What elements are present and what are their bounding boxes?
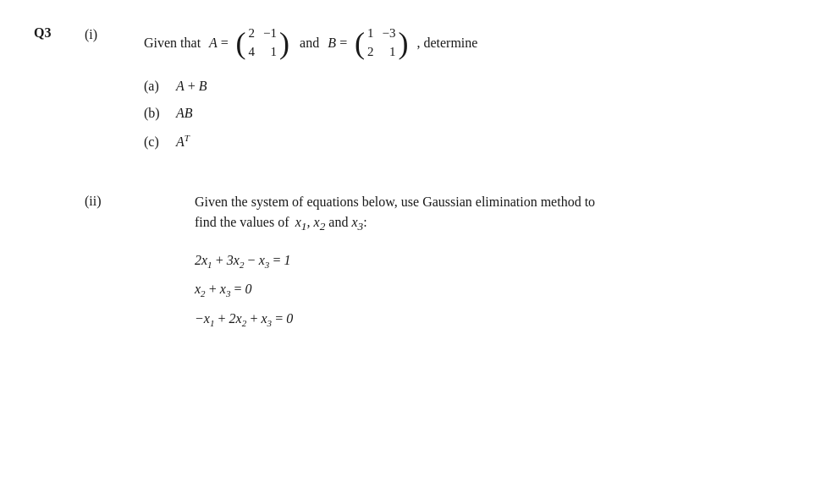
suffix-text: , determine xyxy=(416,36,477,51)
ii-statement: Given the system of equations below, use… xyxy=(195,192,798,235)
matrix-a-r2c1: 4 xyxy=(249,44,256,61)
part-i-statement: Given that A = ( 2 −1 4 1 ) and xyxy=(144,25,798,60)
matrix-a-left-bracket: ( xyxy=(236,28,246,58)
part-ii-block: (ii) Given the system of equations below… xyxy=(34,192,798,330)
matrix-a-label: A = xyxy=(209,36,229,51)
ii-colon: : xyxy=(363,215,366,229)
matrix-a-r1c2: −1 xyxy=(263,25,277,42)
part-ii-label: (ii) xyxy=(85,192,195,209)
sub-parts: (a) A + B (b) AB (c) AT xyxy=(144,79,798,150)
question-block: Q3 (i) Given that A = ( 2 −1 4 1 xyxy=(34,25,798,175)
matrix-b-left-bracket: ( xyxy=(355,28,365,58)
sub-part-b: (b) AB xyxy=(144,106,798,121)
matrix-a-values: 2 −1 4 1 xyxy=(246,25,279,60)
ii-and-text: and xyxy=(328,215,351,229)
ii-vars-text: x1, x2 xyxy=(295,215,326,229)
sub-part-a-label: (a) xyxy=(144,79,169,94)
ii-x3-text: x3 xyxy=(351,215,363,229)
ii-statement-line1: Given the system of equations below, use… xyxy=(195,194,595,209)
matrix-a-right-bracket: ) xyxy=(279,28,289,58)
equation-1: 2x1 + 3x2 − x3 = 1 xyxy=(195,251,798,272)
question-number: Q3 xyxy=(34,25,85,41)
ii-statement-line2: find the values of xyxy=(195,215,289,229)
page-content: Q3 (i) Given that A = ( 2 −1 4 1 xyxy=(34,25,798,330)
equation-2: x2 + x3 = 0 xyxy=(195,280,798,301)
matrix-a-r2c2: 1 xyxy=(263,44,277,61)
matrix-b-label: B = xyxy=(328,36,348,51)
sub-part-b-content: AB xyxy=(176,106,193,121)
matrix-b-right-bracket: ) xyxy=(398,28,408,58)
matrix-b: ( 1 −3 2 1 ) xyxy=(355,25,408,60)
matrix-b-r1c2: −3 xyxy=(382,25,395,42)
matrix-a: ( 2 −1 4 1 ) xyxy=(236,25,289,60)
sub-part-b-label: (b) xyxy=(144,106,169,121)
sub-part-c: (c) AT xyxy=(144,133,798,150)
sub-part-c-content: AT xyxy=(176,133,190,150)
part-ii-content: Given the system of equations below, use… xyxy=(195,192,798,330)
connector-text: and xyxy=(300,36,319,51)
equations: 2x1 + 3x2 − x3 = 1 x2 + x3 = 0 −x1 + 2x2… xyxy=(195,251,798,331)
sub-part-a-content: A + B xyxy=(176,79,207,94)
matrix-b-r1c1: 1 xyxy=(367,25,374,42)
matrix-a-r1c1: 2 xyxy=(249,25,256,42)
matrix-b-values: 1 −3 2 1 xyxy=(365,25,398,60)
matrix-b-r2c1: 2 xyxy=(367,44,374,61)
matrix-b-r2c2: 1 xyxy=(382,44,395,61)
part-i-label: (i) xyxy=(85,25,144,42)
equation-3: −x1 + 2x2 + x3 = 0 xyxy=(195,310,798,331)
part-i-content: Given that A = ( 2 −1 4 1 ) and xyxy=(144,25,798,175)
sub-part-c-label: (c) xyxy=(144,134,169,150)
sub-part-a: (a) A + B xyxy=(144,79,798,94)
given-text: Given that xyxy=(144,36,201,51)
